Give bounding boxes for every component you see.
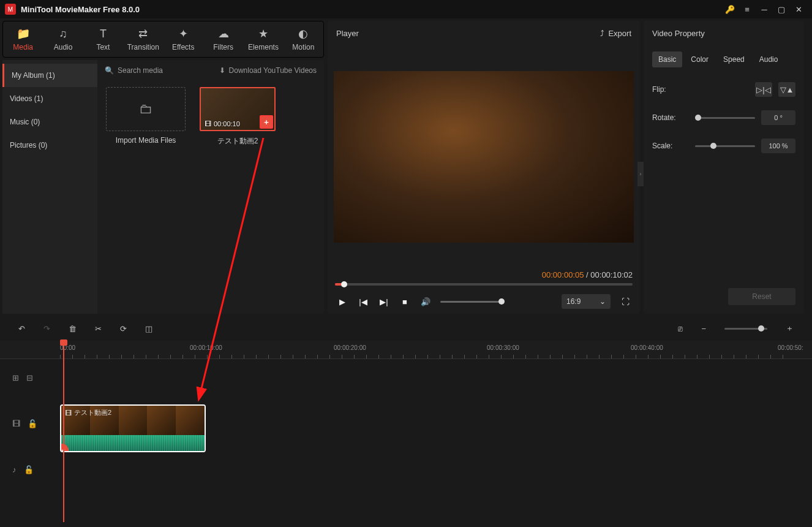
tab-effects[interactable]: ✦Effects [164,21,203,57]
film-icon: 🎞 [205,120,211,127]
cat-my-album[interactable]: My Album (1) [2,64,97,87]
zoom-out-button[interactable]: − [701,324,706,333]
export-icon: ⤴ [600,29,604,38]
add-track-icon[interactable]: ⊞ [12,373,19,382]
prop-tab-speed[interactable]: Speed [717,51,751,67]
volume-icon[interactable]: 🔊 [419,295,432,308]
text-icon: T [100,28,107,40]
playhead[interactable] [63,341,64,522]
scale-value[interactable]: 100 % [761,138,795,153]
prev-frame-button[interactable]: |◀ [357,295,369,308]
tab-media[interactable]: 📁Media [3,21,43,57]
lock-icon[interactable]: 🔓 [24,465,34,474]
timeline-clip[interactable]: 🎞テスト動画2 ✂ [60,404,206,452]
film-icon: 🎞 [65,409,72,417]
track-overlay-header[interactable]: ⊞⊟ [0,359,55,396]
transition-icon: ⇄ [138,27,148,40]
fullscreen-button[interactable]: ⛶ [619,295,631,308]
play-button[interactable]: ▶ [336,295,348,308]
reset-button[interactable]: Reset [728,288,795,305]
crop-button[interactable]: ◫ [145,324,152,333]
track-audio-header[interactable]: ♪🔓 [0,451,55,488]
player-title: Player [336,29,359,38]
prop-tab-basic[interactable]: Basic [652,51,682,67]
undo-button[interactable]: ↶ [18,324,25,333]
cat-pictures[interactable]: Pictures (0) [2,134,97,157]
video-preview[interactable] [334,71,634,243]
tab-transition[interactable]: ⇄Transition [123,21,163,57]
upgrade-key-icon[interactable]: 🔑 [721,1,739,18]
aspect-ratio-select[interactable]: 16:9⌄ [562,294,611,309]
chevron-down-icon: ⌄ [600,297,606,306]
remove-track-icon[interactable]: ⊟ [26,373,33,382]
maximize-button[interactable]: ▢ [773,1,790,18]
rotate-slider[interactable] [695,117,755,119]
search-icon: 🔍 [105,66,114,75]
titlebar: M MiniTool MovieMaker Free 8.0.0 🔑 ≡ ─ ▢… [0,0,812,18]
prop-tab-audio[interactable]: Audio [753,51,784,67]
cat-videos[interactable]: Videos (1) [2,87,97,110]
main-tabs: 📁Media ♫Audio TText ⇄Transition ✦Effects… [2,21,324,58]
property-panel: › Video Property Basic Color Speed Audio… [644,21,804,314]
download-icon: ⬇ [219,66,225,75]
media-panel: My Album (1) Videos (1) Music (0) Pictur… [2,60,324,314]
motion-icon: ◐ [298,27,308,40]
close-button[interactable]: ✕ [790,1,807,18]
tab-audio[interactable]: ♫Audio [43,21,83,57]
app-logo-icon: M [5,4,16,15]
effects-icon: ✦ [179,27,188,40]
scale-label: Scale: [652,142,689,150]
mixer-icon[interactable]: ⎚ [678,324,683,333]
import-media-button[interactable]: 🗀 Import Media Files [106,87,186,146]
rotate-value[interactable]: 0 ° [761,110,795,125]
next-frame-button[interactable]: ▶| [378,295,390,308]
speed-button[interactable]: ⟳ [120,324,127,333]
media-clip-item[interactable]: 🎞00:00:10 ＋ テスト動画2 [198,87,277,146]
search-media-input[interactable]: 🔍 Search media [105,66,163,75]
tab-filters[interactable]: ☁Filters [203,21,243,57]
scrub-bar[interactable] [328,279,640,289]
stop-button[interactable]: ■ [399,295,411,308]
scale-slider[interactable] [695,145,755,147]
minimize-button[interactable]: ─ [756,1,773,18]
rotate-label: Rotate: [652,113,689,122]
add-to-timeline-button[interactable]: ＋ [260,115,273,129]
elements-icon: ★ [258,27,268,40]
clip-thumbnail[interactable]: 🎞00:00:10 ＋ [200,87,276,131]
music-icon: ♫ [59,28,67,40]
delete-button[interactable]: 🗑 [69,324,77,333]
app-title: MiniTool MovieMaker Free 8.0.0 [21,5,140,14]
timeline[interactable]: 00:00 00:00:10:00 00:00:20:00 00:00:30:0… [0,341,812,522]
zoom-in-button[interactable]: ＋ [786,323,794,334]
flip-horizontal-button[interactable]: ▷|◁ [755,82,772,97]
tab-motion[interactable]: ◐Motion [284,21,323,57]
export-button[interactable]: ⤴ Export [600,29,631,38]
flip-vertical-button[interactable]: ▽▲ [778,82,795,97]
redo-button[interactable]: ↷ [43,324,50,333]
video-track-icon: 🎞 [12,419,20,428]
clip-waveform [61,435,205,452]
folder-add-icon: 🗀 [139,101,152,117]
zoom-slider[interactable] [724,328,767,330]
split-button[interactable]: ✂ [95,324,102,333]
audio-track-icon: ♪ [12,465,17,474]
tab-elements[interactable]: ★Elements [243,21,283,57]
player-panel: Player ⤴ Export 00:00:00:05 / 00:00:10:0… [328,21,640,314]
track-video-header[interactable]: 🎞🔓 [0,396,55,451]
prop-tab-color[interactable]: Color [685,51,715,67]
timeline-toolbar: ↶ ↷ 🗑 ✂ ⟳ ◫ ⎚ − ＋ [0,316,812,341]
volume-slider[interactable] [440,301,502,303]
folder-icon: 📁 [17,27,30,40]
timeline-ruler[interactable]: 00:00 00:00:10:00 00:00:20:00 00:00:30:0… [0,341,812,359]
timecode-display: 00:00:00:05 / 00:00:10:02 [328,268,640,279]
property-title: Video Property [652,29,705,38]
tab-text[interactable]: TText [83,21,123,57]
media-categories: My Album (1) Videos (1) Music (0) Pictur… [2,60,97,314]
download-youtube-link[interactable]: ⬇ Download YouTube Videos [219,66,317,75]
flip-label: Flip: [652,85,689,94]
menu-icon[interactable]: ≡ [739,1,756,18]
filters-icon: ☁ [218,27,229,40]
panel-collapse-handle[interactable]: › [637,162,644,186]
lock-icon[interactable]: 🔓 [28,419,37,428]
cat-music[interactable]: Music (0) [2,110,97,134]
